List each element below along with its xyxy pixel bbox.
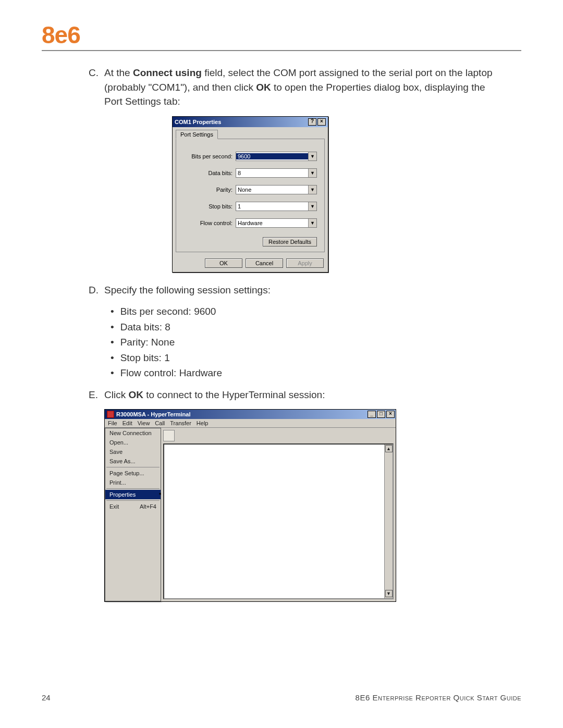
stopbits-label: Stop bits: (183, 203, 236, 209)
stopbits-select[interactable]: 1 ▼ (236, 202, 317, 211)
footer-prefix: 8E6 (356, 693, 373, 702)
footer-guide: Enterprise Reporter Quick Start Guide (372, 693, 521, 702)
chevron-down-icon[interactable]: ▼ (308, 186, 316, 194)
bps-value: 9600 (236, 153, 308, 159)
chevron-down-icon[interactable]: ▼ (308, 219, 316, 227)
menu-edit[interactable]: Edit (123, 420, 132, 426)
close-icon[interactable]: × (317, 118, 326, 126)
menu-item-pagesetup[interactable]: Page Setup... (105, 468, 161, 478)
step-d-label: D. (89, 283, 104, 298)
help-icon[interactable]: ? (308, 118, 316, 126)
toolbar-properties-icon[interactable] (163, 430, 175, 441)
step-e-bold: OK (128, 389, 143, 400)
databits-select[interactable]: 8 ▼ (236, 168, 317, 178)
menu-item-exit-accel: Alt+F4 (140, 503, 156, 510)
restore-defaults-button[interactable]: Restore Defaults (263, 237, 317, 246)
brand-logo: 8e6 (42, 21, 521, 49)
settings-list: Bits per second: 9600 Data bits: 8 Parit… (111, 304, 506, 380)
page-footer: 24 8E6 Enterprise Reporter Quick Start G… (42, 693, 521, 702)
menu-call[interactable]: Call (155, 420, 165, 426)
ht-menubar: File Edit View Call Transfer Help (105, 419, 396, 428)
minimize-icon[interactable]: _ (368, 411, 376, 418)
apply-button[interactable]: Apply (286, 258, 324, 268)
step-c-label: C. (89, 66, 104, 109)
menu-item-properties[interactable]: Properties ↖ (105, 490, 161, 499)
close-icon[interactable]: × (386, 411, 395, 418)
menu-item-print[interactable]: Print... (105, 478, 161, 487)
menu-item-save[interactable]: Save (105, 447, 161, 456)
step-c-bold1: Connect using (133, 67, 202, 78)
list-item: Flow control: Hardware (111, 366, 506, 380)
step-e: E. Click OK to connect to the HyperTermi… (89, 388, 506, 402)
file-menu-dropdown: New Connection Open... Save Save As... P… (105, 428, 161, 601)
chevron-down-icon[interactable]: ▼ (308, 202, 316, 211)
step-e-label: E. (89, 388, 104, 402)
hyperterminal-window: R3000MSA - HyperTerminal _ □ × File Edit… (104, 409, 396, 602)
list-item: Data bits: 8 (111, 320, 506, 335)
bps-select[interactable]: 9600 ▼ (236, 152, 317, 161)
step-c: C. At the Connect using field, select th… (89, 66, 506, 109)
menu-file[interactable]: File (108, 420, 117, 426)
list-item: Stop bits: 1 (111, 351, 506, 365)
chevron-down-icon[interactable]: ▼ (308, 169, 316, 177)
bps-label: Bits per second: (183, 153, 236, 159)
parity-select[interactable]: None ▼ (236, 185, 317, 194)
step-d: D. Specify the following session setting… (89, 283, 506, 298)
maximize-icon[interactable]: □ (377, 411, 385, 418)
ok-button[interactable]: OK (205, 258, 242, 268)
chevron-down-icon[interactable]: ▼ (308, 152, 316, 161)
flowcontrol-value: Hardware (236, 220, 308, 226)
com1-titlebar[interactable]: COM1 Properties ? × (173, 117, 328, 127)
scroll-up-icon[interactable]: ▲ (385, 445, 393, 452)
menu-separator (106, 467, 160, 467)
menu-transfer[interactable]: Transfer (170, 420, 191, 426)
menu-item-saveas[interactable]: Save As... (105, 456, 161, 466)
step-e-pre: Click (104, 389, 128, 400)
terminal-canvas[interactable]: ▲ ▼ (163, 443, 394, 599)
step-c-bold2: OK (256, 82, 271, 93)
flowcontrol-label: Flow control: (183, 220, 236, 226)
menu-help[interactable]: Help (197, 420, 209, 426)
flowcontrol-select[interactable]: Hardware ▼ (236, 218, 317, 228)
step-c-pre: At the (104, 67, 133, 78)
header-rule (42, 50, 521, 51)
menu-separator (106, 500, 160, 501)
step-e-post: to connect to the HyperTerminal session: (143, 389, 325, 400)
menu-item-open[interactable]: Open... (105, 438, 161, 447)
menu-separator (106, 488, 160, 489)
cancel-button[interactable]: Cancel (246, 258, 283, 268)
menu-view[interactable]: View (138, 420, 150, 426)
parity-value: None (236, 187, 308, 193)
menu-item-exit[interactable]: Exit Alt+F4 (105, 502, 161, 511)
app-icon (107, 411, 114, 418)
com1-title-text: COM1 Properties (175, 119, 221, 125)
databits-label: Data bits: (183, 170, 236, 176)
scroll-down-icon[interactable]: ▼ (385, 590, 393, 597)
ht-titlebar[interactable]: R3000MSA - HyperTerminal _ □ × (105, 410, 396, 419)
com1-properties-dialog: COM1 Properties ? × Port Settings Bits p… (172, 116, 328, 273)
tab-port-settings[interactable]: Port Settings (176, 130, 218, 139)
list-item: Parity: None (111, 335, 506, 350)
ht-title-text: R3000MSA - HyperTerminal (116, 411, 190, 417)
parity-label: Parity: (183, 187, 236, 193)
list-item: Bits per second: 9600 (111, 304, 506, 319)
page-number: 24 (42, 693, 51, 702)
step-d-text: Specify the following session settings: (104, 283, 506, 298)
databits-value: 8 (236, 170, 308, 176)
stopbits-value: 1 (236, 203, 308, 209)
vertical-scrollbar[interactable]: ▲ ▼ (384, 445, 393, 598)
menu-item-new[interactable]: New Connection (105, 428, 161, 438)
